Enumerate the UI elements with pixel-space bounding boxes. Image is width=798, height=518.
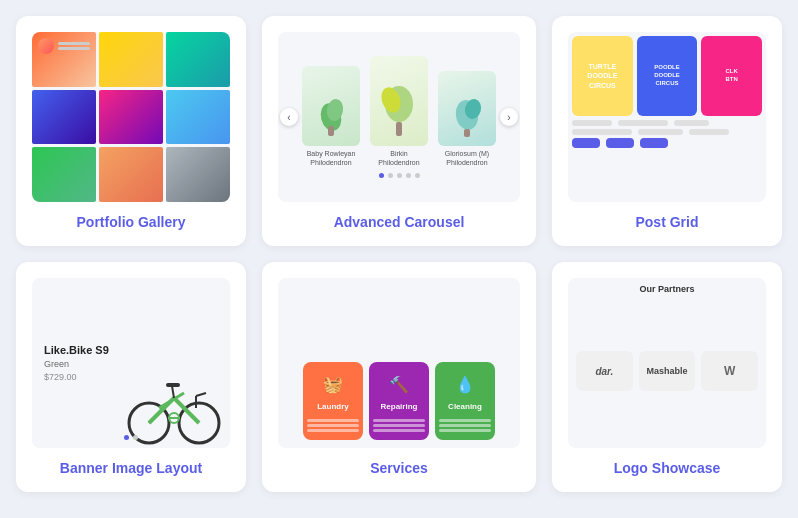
pg-row-1 — [572, 120, 762, 126]
portfolio-preview — [32, 32, 230, 202]
carousel-label-2: BirkinPhilodendron — [378, 150, 419, 167]
dot-1[interactable] — [379, 173, 384, 178]
pg-row-2 — [572, 129, 762, 135]
postgrid-preview-container: TURTLEDOODLECIRCUS POODLEDOODLECIRCUS CL… — [568, 32, 766, 202]
avatar — [38, 38, 54, 54]
carousel-preview: ‹ Baby RowleyanPhilodendron — [278, 32, 520, 202]
portfolio-lines — [58, 42, 90, 50]
service-card-cleaning: 💧 Cleaning — [435, 362, 495, 440]
service-card-laundry: 🧺 Laundry — [303, 362, 363, 440]
banner-preview: Like.Bike S9 Green $729.00 — [32, 278, 230, 448]
card-advanced-carousel: ‹ Baby RowleyanPhilodendron — [262, 16, 536, 246]
header-line-2 — [58, 47, 90, 50]
logo-showcase-link[interactable]: Logo Showcase — [614, 460, 721, 476]
header-line-1 — [58, 42, 90, 45]
pg-cell-3 — [166, 32, 230, 87]
dot-2[interactable] — [388, 173, 393, 178]
pg-line-6 — [689, 129, 729, 135]
pg-line-1 — [572, 120, 612, 126]
banner-price: $729.00 — [44, 372, 109, 382]
laundry-label: Laundry — [317, 402, 349, 411]
pgb-text-2: POODLEDOODLECIRCUS — [650, 60, 684, 91]
logo-item-radar: dar. — [576, 351, 633, 391]
banner-text-block: Like.Bike S9 Green $729.00 — [44, 344, 109, 382]
logo-preview: Our Partners dar. Mashable W — [568, 278, 766, 448]
portfolio-gallery-link[interactable]: Portfolio Gallery — [77, 214, 186, 230]
carousel-prev-button[interactable]: ‹ — [280, 108, 298, 126]
repairing-icon: 🔨 — [385, 370, 413, 398]
widget-grid: Portfolio Gallery ‹ Baby Rowley — [16, 16, 782, 492]
advanced-carousel-link[interactable]: Advanced Carousel — [334, 214, 465, 230]
laundry-lines — [307, 419, 359, 432]
svg-rect-2 — [328, 126, 334, 136]
pg-line-2 — [618, 120, 668, 126]
svc-line-3 — [307, 429, 359, 432]
dot-3[interactable] — [397, 173, 402, 178]
banner-preview-container: Like.Bike S9 Green $729.00 — [32, 278, 230, 448]
svg-rect-5 — [396, 122, 402, 136]
carousel-label-1: Baby RowleyanPhilodendron — [307, 150, 356, 167]
pg-row-3 — [572, 138, 762, 148]
carousel-item-2: BirkinPhilodendron — [370, 56, 428, 167]
svc-line-8 — [439, 424, 491, 427]
plant-img-2 — [370, 56, 428, 146]
pg-line-3 — [674, 120, 709, 126]
dot-4[interactable] — [406, 173, 411, 178]
postgrid-preview: TURTLEDOODLECIRCUS POODLEDOODLECIRCUS CL… — [568, 32, 766, 202]
svc-line-2 — [307, 424, 359, 427]
cleaning-icon: 💧 — [451, 370, 479, 398]
repairing-lines — [373, 419, 425, 432]
carousel-item-3: Gloriosum (M)Philodendron — [438, 71, 496, 167]
pgb-card-1: TURTLEDOODLECIRCUS — [572, 36, 633, 116]
banner-dot-1 — [124, 435, 129, 440]
logo-item-mashable: Mashable — [639, 351, 696, 391]
carousel-next-button[interactable]: › — [500, 108, 518, 126]
svc-line-1 — [307, 419, 359, 422]
pgb-card-2: POODLEDOODLECIRCUS — [637, 36, 698, 116]
svc-line-9 — [439, 429, 491, 432]
plant-svg-2 — [379, 72, 419, 142]
pg-cell-8 — [99, 147, 163, 202]
pg-cell-9 — [166, 147, 230, 202]
pg-line-5 — [638, 129, 683, 135]
postgrid-bottom — [572, 120, 762, 148]
banner-dot-2 — [133, 435, 138, 440]
svc-line-4 — [373, 419, 425, 422]
pg-btn-2 — [606, 138, 634, 148]
portfolio-header — [38, 38, 90, 54]
card-portfolio-gallery: Portfolio Gallery — [16, 16, 246, 246]
logo-items-row: dar. Mashable W — [576, 300, 758, 442]
pg-cell-2 — [99, 32, 163, 87]
banner-image-layout-link[interactable]: Banner Image Layout — [60, 460, 202, 476]
logo-item-w: W — [701, 351, 758, 391]
svg-line-15 — [196, 393, 206, 396]
pg-btn-1 — [572, 138, 600, 148]
services-preview-container: 🧺 Laundry 🔨 Repairing — [278, 278, 520, 448]
cleaning-lines — [439, 419, 491, 432]
banner-variant: Green — [44, 359, 109, 369]
plant-svg-3 — [449, 87, 485, 142]
pg-cell-7 — [32, 147, 96, 202]
carousel-item-1: Baby RowleyanPhilodendron — [302, 66, 360, 167]
svc-line-6 — [373, 429, 425, 432]
card-services: 🧺 Laundry 🔨 Repairing — [262, 262, 536, 492]
svc-line-7 — [439, 419, 491, 422]
carousel-label-3: Gloriosum (M)Philodendron — [445, 150, 489, 167]
postgrid-top-banner: TURTLEDOODLECIRCUS POODLEDOODLECIRCUS CL… — [572, 36, 762, 116]
post-grid-link[interactable]: Post Grid — [635, 214, 698, 230]
banner-product-name: Like.Bike S9 — [44, 344, 109, 356]
svg-rect-8 — [464, 129, 470, 137]
portfolio-grid — [32, 32, 230, 202]
pg-line-4 — [572, 129, 632, 135]
pg-cell-4 — [32, 90, 96, 145]
cleaning-label: Cleaning — [448, 402, 482, 411]
services-preview: 🧺 Laundry 🔨 Repairing — [278, 278, 520, 448]
plant-svg-1 — [313, 82, 349, 142]
svg-line-17 — [172, 386, 174, 398]
service-card-repairing: 🔨 Repairing — [369, 362, 429, 440]
dot-5[interactable] — [415, 173, 420, 178]
pg-cell-6 — [166, 90, 230, 145]
services-link[interactable]: Services — [370, 460, 428, 476]
pgb-text-3: CLKBTN — [722, 64, 742, 88]
carousel-preview-container: ‹ Baby RowleyanPhilodendron — [278, 32, 520, 202]
